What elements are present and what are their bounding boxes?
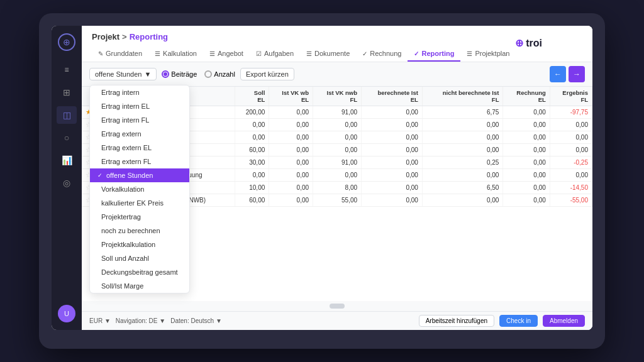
row-ist-vk-wb-1: 0,00 <box>269 119 313 131</box>
dropdown-item-14[interactable]: Soll/Ist Marge <box>90 279 189 293</box>
sidebar-icon-project[interactable]: ◫ <box>57 106 77 124</box>
row-ist-vk-nwb-7: 55,00 <box>313 194 362 207</box>
row-ist-vk-nwb-6: 8,00 <box>313 182 362 194</box>
tab-projektplan[interactable]: ☰ Projektplan <box>460 47 516 62</box>
row-nicht-berechnet-5: 0,00 <box>422 169 503 182</box>
row-ergebnis-4: -0,25 <box>550 156 592 169</box>
rechnung-icon: ✓ <box>362 50 367 57</box>
th-ergebnis-fl: ErgebnisFL <box>550 87 592 106</box>
tab-rechnung[interactable]: ✓ Rechnung <box>356 47 408 62</box>
sidebar-logo[interactable]: ⊕ <box>58 33 75 51</box>
row-ergebnis-7: -55,00 <box>550 194 592 207</box>
toolbar-right: ← → <box>550 66 585 82</box>
sidebar-icon-grid[interactable]: ⊞ <box>57 84 77 101</box>
sidebar: ⊕ ≡ ⊞ ◫ ○ 📊 ◎ U <box>52 26 82 330</box>
row-ergebnis-0: -97,75 <box>550 106 592 119</box>
tab-dokumente[interactable]: ☰ Dokumente <box>300 47 356 62</box>
currency-arrow-icon: ▼ <box>104 317 111 324</box>
kalkulation-icon: ☰ <box>155 50 160 57</box>
tab-aufgaben[interactable]: ☑ Aufgaben <box>250 47 300 62</box>
th-rechnung-el: RechnungEL <box>503 87 550 106</box>
header-area: Projekt > Reporting ⊕ troi ✎ Gr <box>82 26 592 87</box>
row-nicht-berechnet-4: 0,25 <box>422 156 503 169</box>
row-ist-vk-wb-7: 0,00 <box>269 194 313 207</box>
row-ist-vk-nwb-4: 91,00 <box>313 156 362 169</box>
dropdown-item-7[interactable]: Vorkalkulation <box>90 182 189 196</box>
nav-indicator: Navigation: DE ▼ <box>116 317 165 324</box>
row-berechnet-7: 0,00 <box>362 194 423 207</box>
th-berechnet-ist-el: berechnete IstEL <box>362 87 423 106</box>
arbeitszeit-button[interactable]: Arbeitszeit hinzufügen <box>419 315 494 327</box>
dropdown-item-6[interactable]: ✓ offene Stunden <box>90 168 189 182</box>
dropdown-item-12[interactable]: Soll und Anzahl <box>90 251 189 265</box>
row-ergebnis-3: 0,00 <box>550 144 592 156</box>
radio-anzahl[interactable]: Anzahl <box>204 70 235 78</box>
nav-left-button[interactable]: ← <box>550 66 566 82</box>
row-rechnung-5: 0,00 <box>503 169 550 182</box>
sidebar-icon-chart[interactable]: 📊 <box>57 151 77 169</box>
radio-group: Beiträge Anzahl <box>162 70 235 78</box>
nav-right-button[interactable]: → <box>569 66 585 82</box>
troi-logo-symbol: ⊕ <box>515 37 523 49</box>
radio-beitrage[interactable]: Beiträge <box>162 70 197 78</box>
row-nicht-berechnet-1: 0,00 <box>422 119 503 131</box>
row-soll-el-3: 60,00 <box>235 144 269 156</box>
row-ergebnis-2: 0,00 <box>550 131 592 144</box>
dropdown-item-13[interactable]: Deckungsbeitrag gesamt <box>90 265 189 279</box>
row-berechnet-1: 0,00 <box>362 119 423 131</box>
dropdown-item-3[interactable]: Ertrag extern <box>90 127 189 141</box>
sidebar-icon-gauge[interactable]: ◎ <box>57 174 77 192</box>
breadcrumb-separator: > <box>122 32 127 41</box>
dropdown-item-9[interactable]: Projektertrag <box>90 210 189 224</box>
dokumente-icon: ☰ <box>306 50 312 57</box>
row-rechnung-4: 0,00 <box>503 156 550 169</box>
scroll-indicator[interactable] <box>82 301 592 311</box>
sidebar-icon-clock[interactable]: ○ <box>57 129 77 146</box>
user-avatar[interactable]: U <box>58 305 75 322</box>
top-bar: Projekt > Reporting ⊕ troi ✎ Gr <box>82 26 592 62</box>
row-ist-vk-wb-6: 0,00 <box>269 182 313 194</box>
dropdown-item-4[interactable]: Ertrag extern EL <box>90 141 189 155</box>
th-nicht-berechnet-fl: nicht berechnete IstFL <box>422 87 503 106</box>
th-soll-el: SollEL <box>235 87 269 106</box>
plus-icon: ⊕ <box>63 37 70 47</box>
tab-reporting[interactable]: ✓ Reporting <box>408 47 460 62</box>
breadcrumb-reporting: Reporting <box>130 32 168 41</box>
row-berechnet-2: 0,00 <box>362 131 423 144</box>
tab-angebot[interactable]: ☰ Angebot <box>203 47 250 62</box>
row-soll-el-2: 0,00 <box>235 131 269 144</box>
row-ist-vk-wb-5: 0,00 <box>269 169 313 182</box>
nav-tabs: ✎ Grunddaten ☰ Kalkulation ☰ Angebot ☑ <box>92 47 582 62</box>
dropdown-item-0[interactable]: Ertrag intern <box>90 85 189 99</box>
row-soll-el-4: 30,00 <box>235 156 269 169</box>
row-soll-el-6: 10,00 <box>235 182 269 194</box>
checkin-button[interactable]: Check in <box>499 315 538 327</box>
dropdown-item-2[interactable]: Ertrag intern FL <box>90 113 189 127</box>
row-nicht-berechnet-6: 6,50 <box>422 182 503 194</box>
row-berechnet-5: 0,00 <box>362 169 423 182</box>
row-berechnet-4: 0,00 <box>362 156 423 169</box>
grunddaten-icon: ✎ <box>98 50 103 57</box>
dropdown-item-1[interactable]: Ertrag intern EL <box>90 99 189 113</box>
th-ist-vk-wb-el: Ist VK wbEL <box>269 87 313 106</box>
dropdown-item-10[interactable]: noch zu berechnen <box>90 224 189 238</box>
row-ergebnis-1: 0,00 <box>550 119 592 131</box>
row-ist-vk-nwb-2: 0,00 <box>313 131 362 144</box>
bottom-bar: EUR ▼ Navigation: DE ▼ Daten: Deutsch ▼ … <box>82 311 592 330</box>
tab-kalkulation[interactable]: ☰ Kalkulation <box>148 47 203 62</box>
projektplan-icon: ☰ <box>467 50 472 57</box>
reporting-icon: ✓ <box>414 50 419 57</box>
reporting-type-dropdown[interactable]: offene Stunden ▼ <box>89 68 157 80</box>
abmelden-button[interactable]: Abmelden <box>543 315 585 327</box>
row-berechnet-3: 0,00 <box>362 144 423 156</box>
menu-icon[interactable]: ≡ <box>57 61 77 79</box>
dropdown-item-8[interactable]: kalkulierter EK Preis <box>90 196 189 210</box>
dropdown-item-5[interactable]: Ertrag extern FL <box>90 155 189 168</box>
scroll-handle[interactable] <box>330 304 345 309</box>
row-soll-el-5: 0,00 <box>235 169 269 182</box>
tab-grunddaten[interactable]: ✎ Grunddaten <box>92 47 148 62</box>
nav-arrow-icon: ▼ <box>159 317 165 324</box>
row-soll-el-1: 0,00 <box>235 119 269 131</box>
export-button[interactable]: Export kürzen <box>240 68 294 80</box>
dropdown-item-11[interactable]: Projektkalkulation <box>90 238 189 251</box>
